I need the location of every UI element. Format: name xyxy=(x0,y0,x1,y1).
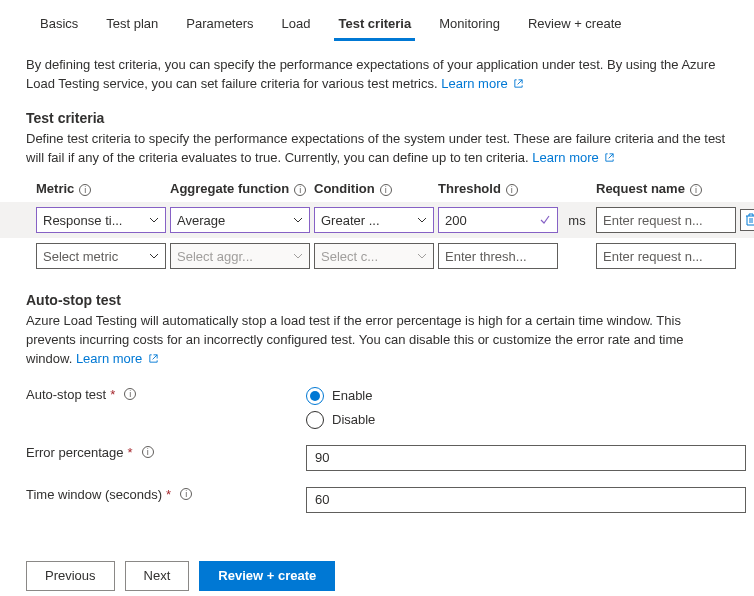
tabs-bar: Basics Test plan Parameters Load Test cr… xyxy=(0,0,754,42)
tab-test-plan[interactable]: Test plan xyxy=(92,10,172,41)
autostop-section-title: Auto-stop test xyxy=(0,274,754,312)
previous-button[interactable]: Previous xyxy=(26,561,115,591)
request-name-input[interactable]: Enter request n... xyxy=(596,207,736,233)
intro-learn-more-link[interactable]: Learn more xyxy=(441,76,524,91)
external-link-icon xyxy=(513,78,524,89)
check-icon xyxy=(539,214,551,226)
intro-copy: By defining test criteria, you can speci… xyxy=(26,57,715,91)
tab-parameters[interactable]: Parameters xyxy=(172,10,267,41)
metric-dropdown[interactable]: Response ti... xyxy=(36,207,166,233)
external-link-icon xyxy=(604,152,615,163)
info-icon[interactable]: i xyxy=(506,184,518,196)
tab-monitoring[interactable]: Monitoring xyxy=(425,10,514,41)
radio-label: Enable xyxy=(332,388,372,403)
footer-buttons: Previous Next Review + create xyxy=(0,521,754,596)
aggregate-dropdown[interactable]: Select aggr... xyxy=(170,243,310,269)
condition-dropdown[interactable]: Greater ... xyxy=(314,207,434,233)
threshold-input[interactable]: Enter thresh... xyxy=(438,243,558,269)
radio-icon xyxy=(306,387,324,405)
col-request: Request name xyxy=(596,181,685,196)
tab-basics[interactable]: Basics xyxy=(26,10,92,41)
info-icon[interactable]: i xyxy=(142,446,154,458)
col-threshold: Threshold xyxy=(438,181,501,196)
external-link-icon xyxy=(148,353,159,364)
autostop-learn-more-link[interactable]: Learn more xyxy=(76,351,159,366)
chevron-down-icon xyxy=(293,251,303,261)
condition-dropdown[interactable]: Select c... xyxy=(314,243,434,269)
chevron-down-icon xyxy=(149,251,159,261)
chevron-down-icon xyxy=(417,215,427,225)
info-icon[interactable]: i xyxy=(690,184,702,196)
metric-dropdown[interactable]: Select metric xyxy=(36,243,166,269)
radio-icon xyxy=(306,411,324,429)
chevron-down-icon xyxy=(417,251,427,261)
col-aggregate: Aggregate function xyxy=(170,181,289,196)
tab-test-criteria[interactable]: Test criteria xyxy=(324,10,425,41)
info-icon[interactable]: i xyxy=(294,184,306,196)
criteria-row: Response ti... Average Greater ... 200 m… xyxy=(0,202,754,238)
radio-disable[interactable]: Disable xyxy=(306,411,728,429)
info-icon[interactable]: i xyxy=(124,388,136,400)
required-asterisk: * xyxy=(110,387,115,402)
required-asterisk: * xyxy=(128,445,133,460)
intro-text: By defining test criteria, you can speci… xyxy=(0,42,754,108)
info-icon[interactable]: i xyxy=(79,184,91,196)
autostop-field-label: Auto-stop test * i xyxy=(26,387,306,402)
criteria-section-title: Test criteria xyxy=(0,108,754,130)
tab-load[interactable]: Load xyxy=(268,10,325,41)
request-name-input[interactable]: Enter request n... xyxy=(596,243,736,269)
delete-row-button[interactable] xyxy=(740,209,754,231)
col-metric: Metric xyxy=(36,181,74,196)
autostop-radio-group: Enable Disable xyxy=(306,387,728,429)
chevron-down-icon xyxy=(293,215,303,225)
aggregate-dropdown[interactable]: Average xyxy=(170,207,310,233)
unit-label: ms xyxy=(562,213,592,228)
review-create-button[interactable]: Review + create xyxy=(199,561,335,591)
next-button[interactable]: Next xyxy=(125,561,190,591)
criteria-row: Select metric Select aggr... Select c...… xyxy=(0,238,754,274)
required-asterisk: * xyxy=(166,487,171,502)
criteria-learn-more-link[interactable]: Learn more xyxy=(532,150,615,165)
chevron-down-icon xyxy=(149,215,159,225)
criteria-section-desc: Define test criteria to specify the perf… xyxy=(0,130,754,182)
info-icon[interactable]: i xyxy=(180,488,192,500)
radio-enable[interactable]: Enable xyxy=(306,387,728,405)
trash-icon xyxy=(745,213,754,227)
threshold-input[interactable]: 200 xyxy=(438,207,558,233)
error-percentage-input[interactable]: 90 xyxy=(306,445,746,471)
radio-label: Disable xyxy=(332,412,375,427)
info-icon[interactable]: i xyxy=(380,184,392,196)
autostop-section-desc: Azure Load Testing will automatically st… xyxy=(0,312,754,379)
time-window-label: Time window (seconds) * i xyxy=(26,487,306,502)
tab-review-create[interactable]: Review + create xyxy=(514,10,636,41)
error-percentage-label: Error percentage * i xyxy=(26,445,306,460)
col-condition: Condition xyxy=(314,181,375,196)
criteria-column-headers: Metrici Aggregate functioni Conditioni T… xyxy=(0,181,754,202)
time-window-input[interactable]: 60 xyxy=(306,487,746,513)
